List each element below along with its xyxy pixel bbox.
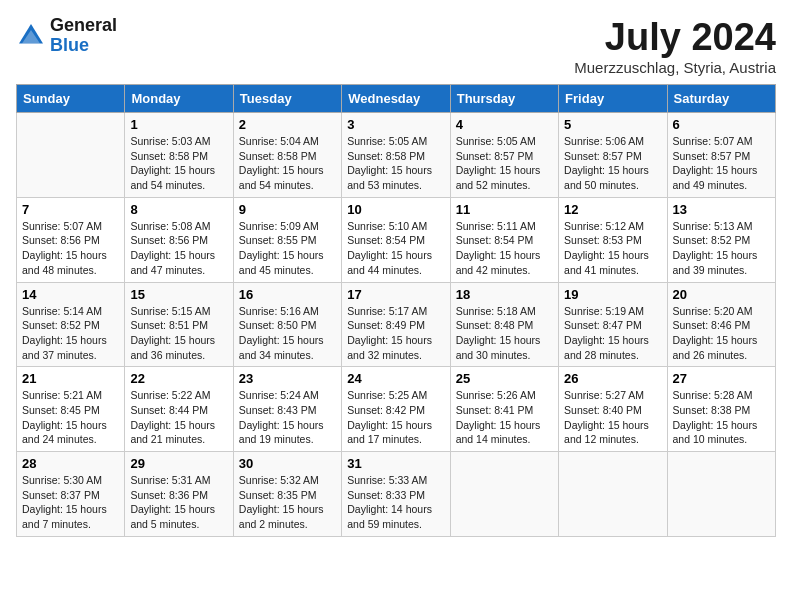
day-info: Sunrise: 5:05 AM Sunset: 8:58 PM Dayligh… (347, 134, 444, 193)
calendar-cell: 2Sunrise: 5:04 AM Sunset: 8:58 PM Daylig… (233, 113, 341, 198)
weekday-header-saturday: Saturday (667, 85, 775, 113)
day-info: Sunrise: 5:20 AM Sunset: 8:46 PM Dayligh… (673, 304, 770, 363)
day-info: Sunrise: 5:33 AM Sunset: 8:33 PM Dayligh… (347, 473, 444, 532)
week-row-5: 28Sunrise: 5:30 AM Sunset: 8:37 PM Dayli… (17, 452, 776, 537)
day-info: Sunrise: 5:19 AM Sunset: 8:47 PM Dayligh… (564, 304, 661, 363)
day-number: 27 (673, 371, 770, 386)
week-row-1: 1Sunrise: 5:03 AM Sunset: 8:58 PM Daylig… (17, 113, 776, 198)
calendar-cell: 24Sunrise: 5:25 AM Sunset: 8:42 PM Dayli… (342, 367, 450, 452)
day-info: Sunrise: 5:17 AM Sunset: 8:49 PM Dayligh… (347, 304, 444, 363)
day-number: 14 (22, 287, 119, 302)
day-number: 5 (564, 117, 661, 132)
week-row-4: 21Sunrise: 5:21 AM Sunset: 8:45 PM Dayli… (17, 367, 776, 452)
week-row-2: 7Sunrise: 5:07 AM Sunset: 8:56 PM Daylig… (17, 197, 776, 282)
day-number: 7 (22, 202, 119, 217)
day-number: 18 (456, 287, 553, 302)
calendar-cell: 18Sunrise: 5:18 AM Sunset: 8:48 PM Dayli… (450, 282, 558, 367)
day-info: Sunrise: 5:12 AM Sunset: 8:53 PM Dayligh… (564, 219, 661, 278)
calendar-cell: 28Sunrise: 5:30 AM Sunset: 8:37 PM Dayli… (17, 452, 125, 537)
day-number: 21 (22, 371, 119, 386)
day-number: 12 (564, 202, 661, 217)
day-info: Sunrise: 5:04 AM Sunset: 8:58 PM Dayligh… (239, 134, 336, 193)
day-number: 4 (456, 117, 553, 132)
day-info: Sunrise: 5:05 AM Sunset: 8:57 PM Dayligh… (456, 134, 553, 193)
calendar-cell: 10Sunrise: 5:10 AM Sunset: 8:54 PM Dayli… (342, 197, 450, 282)
day-info: Sunrise: 5:30 AM Sunset: 8:37 PM Dayligh… (22, 473, 119, 532)
calendar-cell: 25Sunrise: 5:26 AM Sunset: 8:41 PM Dayli… (450, 367, 558, 452)
calendar-cell: 22Sunrise: 5:22 AM Sunset: 8:44 PM Dayli… (125, 367, 233, 452)
calendar-cell: 4Sunrise: 5:05 AM Sunset: 8:57 PM Daylig… (450, 113, 558, 198)
calendar-cell (17, 113, 125, 198)
day-number: 2 (239, 117, 336, 132)
calendar-cell: 7Sunrise: 5:07 AM Sunset: 8:56 PM Daylig… (17, 197, 125, 282)
day-number: 16 (239, 287, 336, 302)
day-info: Sunrise: 5:16 AM Sunset: 8:50 PM Dayligh… (239, 304, 336, 363)
logo-blue: Blue (50, 36, 117, 56)
day-info: Sunrise: 5:15 AM Sunset: 8:51 PM Dayligh… (130, 304, 227, 363)
day-info: Sunrise: 5:21 AM Sunset: 8:45 PM Dayligh… (22, 388, 119, 447)
day-number: 29 (130, 456, 227, 471)
calendar-cell (450, 452, 558, 537)
calendar-table: SundayMondayTuesdayWednesdayThursdayFrid… (16, 84, 776, 537)
weekday-header-sunday: Sunday (17, 85, 125, 113)
calendar-cell: 16Sunrise: 5:16 AM Sunset: 8:50 PM Dayli… (233, 282, 341, 367)
day-number: 22 (130, 371, 227, 386)
day-number: 28 (22, 456, 119, 471)
calendar-cell: 23Sunrise: 5:24 AM Sunset: 8:43 PM Dayli… (233, 367, 341, 452)
calendar-cell: 13Sunrise: 5:13 AM Sunset: 8:52 PM Dayli… (667, 197, 775, 282)
weekday-header-thursday: Thursday (450, 85, 558, 113)
month-title: July 2024 (574, 16, 776, 59)
day-number: 9 (239, 202, 336, 217)
day-number: 25 (456, 371, 553, 386)
day-info: Sunrise: 5:07 AM Sunset: 8:56 PM Dayligh… (22, 219, 119, 278)
calendar-cell: 19Sunrise: 5:19 AM Sunset: 8:47 PM Dayli… (559, 282, 667, 367)
calendar-cell: 27Sunrise: 5:28 AM Sunset: 8:38 PM Dayli… (667, 367, 775, 452)
calendar-cell: 20Sunrise: 5:20 AM Sunset: 8:46 PM Dayli… (667, 282, 775, 367)
location-subtitle: Muerzzuschlag, Styria, Austria (574, 59, 776, 76)
day-info: Sunrise: 5:10 AM Sunset: 8:54 PM Dayligh… (347, 219, 444, 278)
calendar-cell: 31Sunrise: 5:33 AM Sunset: 8:33 PM Dayli… (342, 452, 450, 537)
calendar-cell (559, 452, 667, 537)
day-number: 13 (673, 202, 770, 217)
logo-icon (16, 21, 46, 51)
calendar-cell: 5Sunrise: 5:06 AM Sunset: 8:57 PM Daylig… (559, 113, 667, 198)
day-info: Sunrise: 5:06 AM Sunset: 8:57 PM Dayligh… (564, 134, 661, 193)
day-info: Sunrise: 5:22 AM Sunset: 8:44 PM Dayligh… (130, 388, 227, 447)
calendar-cell: 3Sunrise: 5:05 AM Sunset: 8:58 PM Daylig… (342, 113, 450, 198)
day-number: 19 (564, 287, 661, 302)
day-number: 3 (347, 117, 444, 132)
day-number: 24 (347, 371, 444, 386)
day-info: Sunrise: 5:31 AM Sunset: 8:36 PM Dayligh… (130, 473, 227, 532)
calendar-cell: 17Sunrise: 5:17 AM Sunset: 8:49 PM Dayli… (342, 282, 450, 367)
day-number: 20 (673, 287, 770, 302)
calendar-cell: 12Sunrise: 5:12 AM Sunset: 8:53 PM Dayli… (559, 197, 667, 282)
calendar-cell (667, 452, 775, 537)
day-number: 8 (130, 202, 227, 217)
day-number: 11 (456, 202, 553, 217)
calendar-cell: 8Sunrise: 5:08 AM Sunset: 8:56 PM Daylig… (125, 197, 233, 282)
day-info: Sunrise: 5:18 AM Sunset: 8:48 PM Dayligh… (456, 304, 553, 363)
day-number: 23 (239, 371, 336, 386)
weekday-header-tuesday: Tuesday (233, 85, 341, 113)
weekday-header-monday: Monday (125, 85, 233, 113)
day-info: Sunrise: 5:14 AM Sunset: 8:52 PM Dayligh… (22, 304, 119, 363)
calendar-cell: 6Sunrise: 5:07 AM Sunset: 8:57 PM Daylig… (667, 113, 775, 198)
week-row-3: 14Sunrise: 5:14 AM Sunset: 8:52 PM Dayli… (17, 282, 776, 367)
weekday-header-wednesday: Wednesday (342, 85, 450, 113)
day-number: 17 (347, 287, 444, 302)
day-number: 10 (347, 202, 444, 217)
calendar-cell: 21Sunrise: 5:21 AM Sunset: 8:45 PM Dayli… (17, 367, 125, 452)
logo: General Blue (16, 16, 117, 56)
calendar-cell: 14Sunrise: 5:14 AM Sunset: 8:52 PM Dayli… (17, 282, 125, 367)
calendar-cell: 1Sunrise: 5:03 AM Sunset: 8:58 PM Daylig… (125, 113, 233, 198)
weekday-header-friday: Friday (559, 85, 667, 113)
day-number: 15 (130, 287, 227, 302)
header: General Blue July 2024 Muerzzuschlag, St… (16, 16, 776, 76)
calendar-cell: 11Sunrise: 5:11 AM Sunset: 8:54 PM Dayli… (450, 197, 558, 282)
day-number: 6 (673, 117, 770, 132)
day-info: Sunrise: 5:13 AM Sunset: 8:52 PM Dayligh… (673, 219, 770, 278)
calendar-cell: 15Sunrise: 5:15 AM Sunset: 8:51 PM Dayli… (125, 282, 233, 367)
day-info: Sunrise: 5:32 AM Sunset: 8:35 PM Dayligh… (239, 473, 336, 532)
logo-text: General Blue (50, 16, 117, 56)
day-number: 1 (130, 117, 227, 132)
